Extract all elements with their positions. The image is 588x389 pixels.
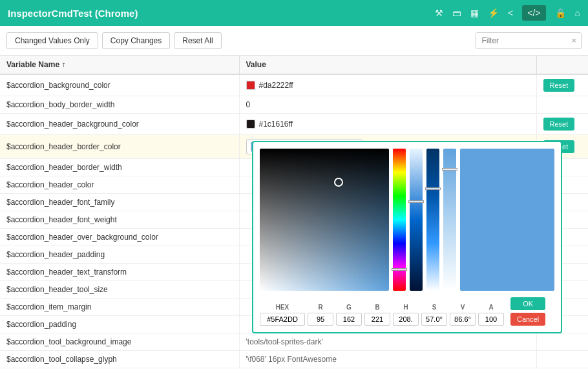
color-picker-popup: HEX R G B H S: [252, 141, 562, 333]
variable-value-cell: '\f068' 16px FontAwesome: [239, 351, 536, 368]
variable-name-cell: $accordion_header_over_background_color: [0, 229, 239, 246]
toolbar: Changed Values Only Copy Changes Reset A…: [0, 26, 588, 56]
hue-strip[interactable]: [393, 149, 406, 291]
v-label: V: [461, 304, 465, 311]
b-input[interactable]: [364, 313, 390, 326]
color-picker-gradient-area: [260, 149, 554, 291]
gradient-handle[interactable]: [334, 178, 343, 187]
home-icon[interactable]: ⌂: [575, 8, 580, 18]
table-row: $accordion_body_border_width0: [0, 96, 588, 114]
variable-name-cell: $accordion_header_color: [0, 176, 239, 194]
saturation-handle: [408, 200, 424, 203]
color-cancel-button[interactable]: Cancel: [510, 313, 545, 326]
variable-name-cell: $accordion_item_margin: [0, 299, 239, 316]
variable-value-cell[interactable]: #1c1616ff: [239, 114, 536, 135]
variable-action-cell: Reset: [536, 74, 588, 96]
share-icon[interactable]: <: [508, 8, 513, 18]
table-wrapper: Variable Name ↑ Value $accordion_backgro…: [0, 56, 588, 389]
col-header-value: Value: [239, 56, 536, 74]
filter-clear-button[interactable]: ×: [567, 33, 581, 48]
a-input[interactable]: [478, 313, 504, 326]
hierarchy-icon[interactable]: ⚒: [435, 8, 443, 18]
variable-action-cell: [536, 333, 588, 351]
app-title: InspectorCmdTest (Chrome): [8, 8, 138, 19]
g-input-group: G: [336, 304, 362, 326]
variable-action-cell: Reset: [536, 114, 588, 135]
variable-name-cell: $accordion_header_font_weight: [0, 211, 239, 229]
r-label: R: [318, 304, 322, 311]
color-preview-swatch: [460, 149, 554, 291]
database-icon[interactable]: 🗃: [452, 8, 461, 18]
variable-name-cell: $accordion_header_border_color: [0, 135, 239, 159]
reset-variable-button[interactable]: Reset: [543, 79, 575, 92]
reset-variable-button[interactable]: Reset: [543, 118, 575, 131]
s-label: S: [432, 304, 437, 311]
table-row: $accordion_header_background_color#1c161…: [0, 114, 588, 135]
variable-name-cell: $accordion_header_text_transform: [0, 264, 239, 281]
hex-input[interactable]: [260, 313, 305, 326]
color-swatch: [246, 120, 255, 129]
variable-value-cell: 0: [239, 96, 536, 114]
b-input-group: B: [364, 304, 390, 326]
v-input-group: V: [450, 304, 476, 326]
alpha-strip[interactable]: [443, 149, 456, 291]
v-input[interactable]: [450, 313, 476, 326]
monitor-icon[interactable]: ▦: [470, 8, 479, 18]
col-header-varname: Variable Name ↑: [0, 56, 239, 74]
copy-changes-button[interactable]: Copy Changes: [102, 32, 170, 49]
h-input-group: H: [393, 304, 419, 326]
variable-name-cell: $accordion_tool_collapse_glyph: [0, 351, 239, 368]
r-input-group: R: [308, 304, 333, 326]
lightning-icon[interactable]: ⚡: [488, 8, 499, 18]
variable-name-cell: $accordion_header_padding: [0, 246, 239, 264]
h-input[interactable]: [393, 313, 419, 326]
h-label: H: [403, 304, 408, 311]
variable-name-cell: $accordion_header_font_family: [0, 194, 239, 211]
s-input-group: S: [421, 304, 447, 326]
variable-name-cell: $accordion_tool_background_image: [0, 333, 239, 351]
variable-name-cell: $accordion_header_tool_size: [0, 281, 239, 299]
code-icon[interactable]: </>: [522, 5, 545, 21]
variable-value-cell[interactable]: #da2222ff: [239, 74, 536, 96]
hex-input-group: HEX: [260, 304, 305, 326]
changed-values-button[interactable]: Changed Values Only: [6, 32, 98, 49]
saturation-strip[interactable]: [410, 149, 423, 291]
color-swatch: [246, 81, 255, 90]
color-inputs-row: HEX R G B H S: [260, 297, 554, 326]
color-ok-button[interactable]: OK: [510, 297, 545, 310]
b-label: B: [375, 304, 379, 311]
r-input[interactable]: [308, 313, 333, 326]
app-header: InspectorCmdTest (Chrome) ⚒ 🗃 ▦ ⚡ < </> …: [0, 0, 588, 26]
g-input[interactable]: [336, 313, 362, 326]
alpha-handle: [442, 168, 457, 171]
g-label: G: [346, 304, 352, 311]
hex-label: HEX: [276, 304, 289, 311]
a-label: A: [488, 304, 493, 311]
header-icon-group: ⚒ 🗃 ▦ ⚡ < </> 🔒 ⌂: [435, 5, 580, 21]
color-text-value: #da2222ff: [259, 81, 293, 90]
filter-input[interactable]: [476, 33, 567, 48]
color-picker-actions: OK Cancel: [510, 297, 545, 326]
variable-name-cell: $accordion_padding: [0, 316, 239, 333]
variable-value-cell: 'tools/tool-sprites-dark': [239, 333, 536, 351]
s-input[interactable]: [421, 313, 447, 326]
filter-wrapper: ×: [476, 32, 582, 49]
variable-name-cell: $accordion_background_color: [0, 74, 239, 96]
lock-icon[interactable]: 🔒: [555, 8, 566, 18]
color-gradient-canvas[interactable]: [260, 149, 389, 291]
reset-all-button[interactable]: Reset All: [174, 32, 221, 49]
color-text-value: #1c1616ff: [259, 120, 293, 129]
col-header-action: [536, 56, 588, 74]
variable-name-cell: $accordion_header_border_width: [0, 159, 239, 176]
variable-name-cell: $accordion_header_background_color: [0, 114, 239, 135]
variable-action-cell: [536, 96, 588, 114]
value-handle: [425, 187, 441, 190]
hue-handle: [392, 268, 407, 271]
table-row: $accordion_background_color#da2222ffRese…: [0, 74, 588, 96]
variable-name-cell: $accordion_body_border_width: [0, 96, 239, 114]
value-strip[interactable]: [426, 149, 439, 291]
a-input-group: A: [478, 304, 504, 326]
table-row: $accordion_tool_collapse_glyph'\f068' 16…: [0, 351, 588, 368]
variable-action-cell: [536, 351, 588, 368]
table-row: $accordion_tool_background_image'tools/t…: [0, 333, 588, 351]
